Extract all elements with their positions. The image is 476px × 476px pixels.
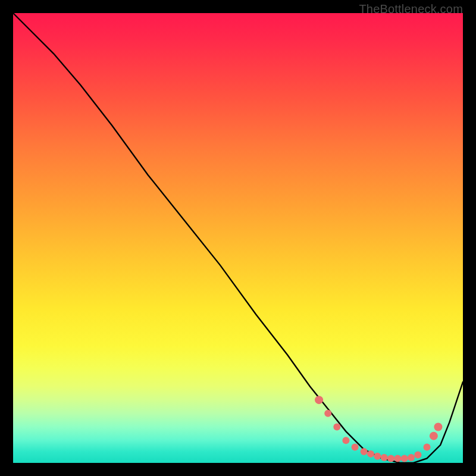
marker-dot xyxy=(352,444,359,451)
marker-dot xyxy=(394,455,401,462)
marker-dot xyxy=(333,424,340,431)
marker-dot xyxy=(424,444,431,451)
attribution-text: TheBottleneck.com xyxy=(359,2,463,16)
marker-dot xyxy=(387,455,394,462)
marker-dot xyxy=(408,454,415,461)
marker-dot xyxy=(430,432,438,440)
marker-group xyxy=(315,396,442,462)
chart-svg xyxy=(13,13,463,463)
marker-dot xyxy=(367,450,374,458)
marker-dot xyxy=(324,410,331,417)
marker-dot xyxy=(414,451,421,458)
marker-dot xyxy=(361,448,368,455)
marker-dot xyxy=(342,437,349,444)
marker-dot xyxy=(374,453,381,460)
marker-dot xyxy=(381,454,388,461)
chart-stage: TheBottleneck.com xyxy=(0,0,476,476)
marker-dot xyxy=(434,423,442,431)
gradient-plot-area xyxy=(13,13,463,463)
marker-dot xyxy=(401,455,408,462)
marker-dot xyxy=(315,396,323,404)
curve-line xyxy=(13,13,463,463)
